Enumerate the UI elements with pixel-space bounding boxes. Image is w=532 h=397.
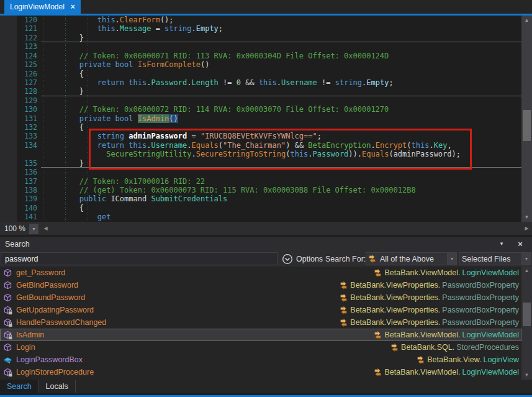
method-icon — [3, 343, 12, 352]
result-name: IsAdmin — [16, 331, 44, 339]
result-namespace: BetaBank.ViewModel.LoginViewModel — [373, 268, 521, 278]
tool-tab-locals[interactable]: Locals — [39, 380, 76, 393]
search-for-combobox[interactable]: All of the Above ▾ — [366, 252, 457, 265]
search-result-row[interactable]: IsAdmin BetaBank.ViewModel.LoginViewMode… — [0, 329, 521, 341]
code-line[interactable]: 127 return this.Password.Length != 0 && … — [0, 78, 521, 87]
result-name: Login — [16, 343, 35, 352]
code-text — [41, 96, 521, 105]
code-text: // Token: 0x06000071 RID: 113 RVA: 0x000… — [41, 52, 521, 60]
result-namespace: BetaBank.View.LoginView — [416, 355, 521, 365]
method-icon — [3, 306, 12, 315]
scroll-left-icon[interactable]: ◀ — [41, 222, 50, 235]
search-toolbar: Options Search For: All of the Above ▾ S… — [0, 251, 532, 267]
code-line[interactable]: 124 // Token: 0x06000071 RID: 113 RVA: 0… — [0, 52, 521, 60]
editor-horizontal-scrollbar[interactable]: ◀ ▶ — [41, 222, 532, 235]
line-number: 120 — [0, 16, 41, 24]
search-result-row[interactable]: get_Password BetaBank.ViewModel.LoginVie… — [0, 267, 521, 279]
code-line[interactable]: 140 { — [0, 204, 521, 212]
scroll-right-icon[interactable]: ▶ — [522, 222, 531, 235]
chevron-down-icon[interactable]: ▾ — [29, 224, 38, 234]
line-number: 139 — [0, 194, 41, 203]
code-text: return this.Password.Length != 0 && this… — [41, 78, 521, 87]
code-line[interactable]: 137 // Token: 0x17000016 RID: 22 — [0, 177, 521, 186]
result-namespace: BetaBank.ViewProperties.PasswordBoxPrope… — [339, 318, 521, 327]
code-line[interactable]: 138 // (get) Token: 0x06000073 RID: 115 … — [0, 186, 521, 194]
tab-loginviewmodel[interactable]: LoginViewModel × — [4, 0, 81, 14]
line-number: 122 — [0, 34, 41, 42]
highlight-box — [89, 129, 472, 170]
line-number: 129 — [0, 96, 41, 105]
tab-title: LoginViewModel — [10, 2, 65, 11]
scroll-up-icon[interactable]: ▲ — [521, 267, 532, 275]
result-namespace: BetaBank.ViewProperties.PasswordBoxPrope… — [339, 293, 521, 303]
code-line[interactable]: 122 } — [0, 34, 521, 42]
line-number: 134 — [0, 141, 41, 150]
result-name: LoginPasswordBox — [16, 355, 83, 364]
result-namespace: BetaBank.SQL.StoredProcedures — [390, 343, 521, 352]
code-line[interactable]: 125 private bool IsFormComplete() — [0, 60, 521, 69]
scroll-down-icon[interactable]: ▼ — [521, 371, 532, 380]
line-number — [0, 150, 41, 158]
result-namespace: BetaBank.ViewProperties.PasswordBoxPrope… — [339, 281, 521, 290]
close-panel-icon[interactable]: × — [513, 237, 527, 251]
options-label: Options — [296, 255, 323, 263]
line-number: 130 — [0, 105, 41, 114]
namespace-arrows-icon — [373, 331, 382, 340]
search-result-row[interactable]: LoginPasswordBox BetaBank.View.LoginView — [0, 354, 521, 366]
dnspy-window: LoginViewModel × 120 this.ClearForm();12… — [0, 0, 532, 397]
namespace-arrows-icon — [390, 343, 399, 352]
files-scope-combobox[interactable]: Selected Files ▾ — [459, 252, 531, 265]
window-position-icon[interactable]: ▾ — [495, 237, 508, 251]
search-result-row[interactable]: GetUpdatingPassword BetaBank.ViewPropert… — [0, 304, 521, 316]
result-name: GetUpdatingPassword — [16, 306, 94, 314]
method-icon — [3, 268, 12, 278]
search-result-row[interactable]: GetBoundPassword BetaBank.ViewProperties… — [0, 291, 521, 304]
result-name: GetBoundPassword — [16, 293, 85, 302]
code-editor[interactable]: 120 this.ClearForm();121 this.Message = … — [0, 16, 532, 222]
search-result-row[interactable]: Login BetaBank.SQL.StoredProcedures — [0, 341, 521, 354]
close-icon[interactable]: × — [71, 2, 75, 11]
code-line[interactable]: 141 get — [0, 212, 521, 221]
scroll-down-icon[interactable]: ▼ — [521, 212, 532, 222]
document-tabstrip: LoginViewModel × — [0, 0, 532, 14]
search-result-row[interactable]: LoginStoredProcedure BetaBank.ViewModel.… — [0, 366, 521, 378]
results-vertical-scrollbar[interactable]: ▲ ▼ — [521, 267, 532, 380]
line-number: 135 — [0, 159, 41, 168]
code-line[interactable]: 126 { — [0, 70, 521, 78]
code-line[interactable]: 123 — [0, 42, 521, 51]
code-text: } — [41, 87, 521, 96]
line-number: 127 — [0, 78, 41, 87]
line-number: 128 — [0, 87, 41, 96]
code-text: private bool IsFormComplete() — [41, 60, 521, 69]
code-text: private bool IsAdmin() — [41, 114, 521, 123]
files-scope-value: Selected Files — [459, 255, 521, 263]
code-line[interactable]: 128 } — [0, 87, 521, 96]
options-button[interactable]: Options — [282, 251, 323, 267]
search-result-row[interactable]: GetBindPassword BetaBank.ViewProperties.… — [0, 279, 521, 291]
code-line[interactable]: 120 this.ClearForm(); — [0, 16, 521, 24]
code-line[interactable]: 121 this.Message = string.Empty; — [0, 24, 521, 33]
tool-tab-search[interactable]: Search — [0, 380, 39, 393]
scroll-up-icon[interactable]: ▲ — [521, 16, 532, 25]
search-for-value: All of the Above — [377, 255, 447, 263]
editor-vertical-scrollbar[interactable]: ▲ ▼ — [521, 16, 532, 222]
code-line[interactable]: 129 — [0, 96, 521, 105]
search-panel-titlebar[interactable]: Search ▾ × — [0, 237, 532, 251]
scrollbar-thumb[interactable] — [523, 303, 531, 326]
code-line[interactable]: 131 private bool IsAdmin() — [0, 114, 521, 123]
method-icon — [3, 293, 12, 303]
zoom-level-combo[interactable]: 100 % ▾ — [0, 222, 38, 235]
scrollbar-thumb[interactable] — [523, 110, 531, 141]
chevron-down-icon[interactable]: ▾ — [447, 253, 456, 265]
namespace-arrows-icon — [339, 318, 348, 327]
search-input[interactable] — [1, 252, 277, 265]
code-line[interactable]: 130 // Token: 0x06000072 RID: 114 RVA: 0… — [0, 105, 521, 114]
chevron-down-icon[interactable]: ▾ — [521, 253, 531, 265]
method-icon — [3, 368, 12, 377]
line-number: 140 — [0, 204, 41, 212]
line-number: 141 — [0, 212, 41, 221]
code-line[interactable]: 139 public ICommand SubmitCredentials — [0, 194, 521, 203]
line-number: 121 — [0, 24, 41, 33]
search-result-row[interactable]: HandlePasswordChanged BetaBank.ViewPrope… — [0, 316, 521, 329]
code-text: // Token: 0x06000072 RID: 114 RVA: 0x000… — [41, 105, 521, 114]
